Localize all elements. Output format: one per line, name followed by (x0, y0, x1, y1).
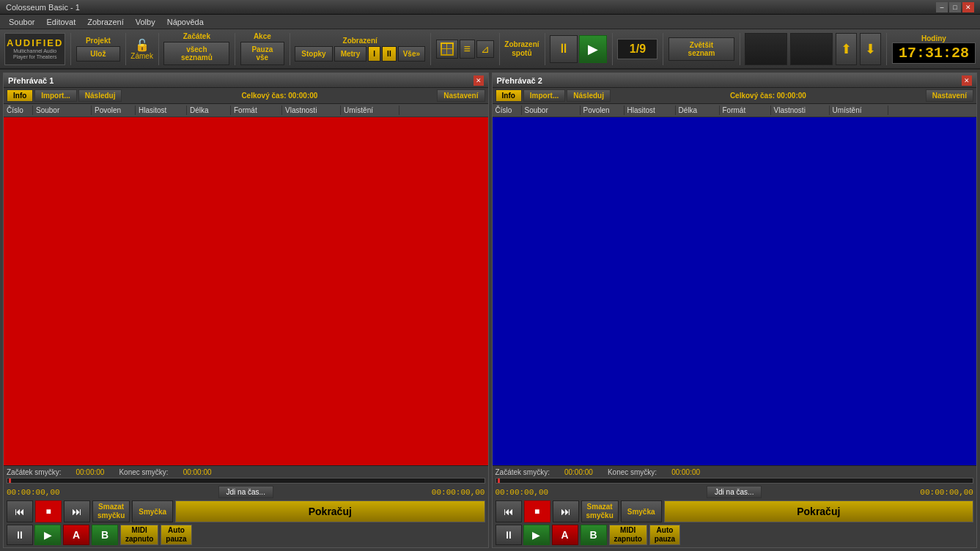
player2-goto-button[interactable]: Jdi na čas... (707, 486, 762, 498)
download-button[interactable]: ⬇ (860, 33, 881, 65)
player2-auto-pauza-button[interactable]: Autopauza (649, 525, 680, 545)
player1-pause-button[interactable]: ⏸ (7, 525, 33, 545)
bars-view-button[interactable]: ≡ (460, 40, 475, 59)
menu-editovat[interactable]: Editovat (40, 16, 81, 28)
player2-time-right: 00:00:00,00 (920, 488, 973, 497)
zvetsit-button[interactable]: Zvětšit seznam (668, 37, 734, 61)
player1-time-left: 00:00:00,00 (7, 488, 60, 497)
logo-subtitle: Multichannel Audio Player for Theaters (7, 48, 63, 61)
player2-transport: ⏮ ■ ⏭ Smazatsmyčku Smyčka Pokračuj (495, 500, 974, 522)
menu-volby[interactable]: Volby (130, 16, 161, 28)
track-counter: 1/9 (617, 39, 657, 59)
player2-position-indicator (498, 478, 500, 483)
player2-tab-nasleduj[interactable]: Následuj (567, 89, 611, 102)
menu-napoveda[interactable]: Nápověda (161, 16, 210, 28)
player2-time-left: 00:00:00,00 (495, 488, 549, 497)
vse-button[interactable]: Vše» (398, 46, 425, 62)
player2-loop-end-time: 00:00:00 (671, 468, 700, 476)
player2-position-bar[interactable] (495, 478, 974, 484)
player1-prev-button[interactable]: ⏮ (7, 500, 33, 522)
player2-midi-button[interactable]: MIDIzapnuto (609, 525, 647, 545)
player2-pokracuj-button[interactable]: Pokračuj (664, 500, 973, 522)
player2-close-button[interactable]: ✕ (962, 75, 972, 86)
player1-midi-button[interactable]: MIDIzapnuto (120, 525, 158, 545)
player1-a-button[interactable]: A (63, 525, 89, 545)
player1-time-right: 00:00:00,00 (432, 488, 485, 497)
zacatek-group: Začátek všech seznamů (163, 32, 229, 65)
mixer-view-button[interactable]: ⊿ (476, 40, 494, 58)
stopky-button[interactable]: Stopky (295, 46, 332, 62)
uloz-button[interactable]: Ulož (76, 46, 120, 62)
toolbar: AUDIFIED Multichannel Audio Player for T… (0, 29, 980, 70)
player1-auto-pauza-button[interactable]: Autopauza (161, 525, 191, 545)
player1-tab-import[interactable]: Import... (34, 89, 76, 102)
display-i-button[interactable]: I (368, 46, 380, 62)
player2-loop-start-time: 00:00:00 (564, 468, 593, 476)
player1-stop-button[interactable]: ■ (35, 500, 62, 522)
next-icon-2: ⏭ (561, 506, 571, 517)
player1-b-button[interactable]: B (92, 525, 118, 545)
empty-panel-2 (790, 33, 833, 65)
player2-pause-button[interactable]: ⏸ (495, 525, 522, 545)
metry-button[interactable]: Metry (334, 46, 367, 62)
player2-settings-button[interactable]: Nastavení (926, 89, 973, 102)
menu-soubor[interactable]: Soubor (3, 16, 40, 28)
maximize-button[interactable]: □ (949, 2, 961, 12)
player1-panel: Přehrávač 1 ✕ Info Import... Následuj Ce… (3, 73, 489, 548)
player2-prev-button[interactable]: ⏮ (495, 500, 522, 522)
player1-pokracuj-button[interactable]: Pokračuj (175, 500, 485, 522)
pauza-vse-button[interactable]: Pauza vše (240, 42, 284, 65)
player2-time-row: 00:00:00,00 Jdi na čas... 00:00:00,00 (495, 486, 974, 498)
grid-view-button[interactable] (436, 40, 458, 59)
upload-button[interactable]: ⬆ (836, 33, 857, 65)
player2-col-vlastnosti: Vlastnosti (771, 106, 830, 115)
player1-next-button[interactable]: ⏭ (64, 500, 90, 522)
player2-stop-button[interactable]: ■ (524, 500, 550, 522)
player1-settings-button[interactable]: Nastavení (437, 89, 485, 102)
player2-play-button[interactable]: ▶ (523, 525, 550, 545)
vsech-seznamu-button[interactable]: všech seznamů (163, 42, 229, 65)
player2-tab-import[interactable]: Import... (523, 89, 565, 102)
player2-next-button[interactable]: ⏭ (553, 500, 579, 522)
player2-loop-start-label: Začátek smyčky: (495, 468, 550, 476)
zobrazeni-label: Zobrazení (343, 37, 377, 45)
player2-tab-info[interactable]: Info (495, 89, 522, 102)
player1-content (4, 117, 488, 465)
lock-icon: 🔓 (135, 38, 150, 52)
player2-col-delka: Délka (676, 106, 720, 115)
player1-loop-end-label: Konec smyčky: (119, 468, 168, 476)
player1-play-button[interactable]: ▶ (34, 525, 61, 545)
clock-display: Hodiny 17:31:28 (892, 34, 976, 64)
player2-bottom-row2: ⏸ ▶ A B MIDIzapnuto Autopauza (495, 525, 974, 545)
player1-tab-info[interactable]: Info (7, 89, 33, 102)
player1-transport: ⏮ ■ ⏭ Smazatsmyčku Smyčka Pokračuj (7, 500, 485, 522)
player1-smazat-button[interactable]: Smazatsmyčku (92, 500, 130, 522)
close-button[interactable]: ✕ (962, 2, 974, 12)
player1-col-soubor: Soubor (33, 106, 92, 115)
player2-smazat-button[interactable]: Smazatsmyčku (581, 500, 619, 522)
player2-col-povolen: Povolen (581, 106, 625, 115)
player1-smycka-button[interactable]: Smyčka (132, 500, 173, 522)
player1-col-hlasitost: Hlasitost (136, 106, 187, 115)
logo: AUDIFIED Multichannel Audio Player for T… (4, 33, 65, 65)
player1-position-bar[interactable] (7, 478, 485, 484)
zvetsit-group: Zvětšit seznam (668, 37, 734, 61)
stop-icon: ■ (45, 506, 51, 517)
player2-col-cislo: Číslo (493, 106, 522, 115)
display-ii-button[interactable]: II (382, 46, 397, 62)
player1-tab-nasleduj[interactable]: Následuj (78, 89, 122, 102)
player1-close-button[interactable]: ✕ (474, 75, 484, 86)
player1-col-cislo: Číslo (4, 106, 33, 115)
player1-title-bar: Přehrávač 1 ✕ (4, 73, 488, 88)
player1-goto-button[interactable]: Jdi na čas... (218, 486, 273, 498)
player2-a-button[interactable]: A (552, 525, 578, 545)
toolbar-pause-button[interactable]: ⏸ (550, 35, 578, 63)
toolbar-play-button[interactable]: ▶ (579, 35, 607, 63)
player2-bottom-controls: Začátek smyčky: 00:00:00 Konec smyčky: 0… (493, 465, 977, 547)
hodiny-label: Hodiny (921, 34, 946, 42)
menu-zobrazeni[interactable]: Zobrazení (81, 16, 130, 28)
minimize-button[interactable]: – (936, 2, 948, 12)
player2-smycka-button[interactable]: Smyčka (621, 500, 662, 522)
main-content: Přehrávač 1 ✕ Info Import... Následuj Ce… (0, 70, 980, 551)
player2-b-button[interactable]: B (581, 525, 607, 545)
